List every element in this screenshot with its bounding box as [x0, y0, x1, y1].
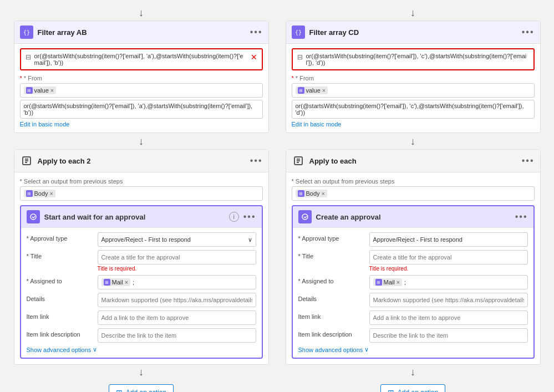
apply-2-header: Apply to each 2 •••	[14, 150, 268, 172]
filter-cd-expr-text: or(@startsWith(substring(item()?['email'…	[306, 53, 529, 66]
item-link-desc-row-right: Item link description	[298, 328, 528, 343]
item-link-desc-label-right: Item link description	[298, 328, 365, 338]
title-label-right: * Title	[298, 250, 365, 259]
show-advanced-chevron-left: ∨	[93, 346, 97, 353]
start-wait-menu[interactable]: •••	[243, 212, 256, 222]
show-advanced-chevron-right: ∨	[364, 346, 369, 353]
start-wait-header: Start and wait for an approval i •••	[21, 206, 262, 228]
assigned-input-left[interactable]: ⊞ Mail × ;	[98, 275, 256, 289]
assigned-input-right[interactable]: ⊞ Mail × ;	[369, 275, 528, 289]
filter-cd-expr-icon: ⊟	[297, 53, 303, 61]
canvas: ↓ ↓ {} Filter array AB •••	[0, 0, 554, 392]
apply-2-icon	[20, 154, 33, 167]
assigned-row-right: * Assigned to ⊞ Mail × ;	[298, 275, 528, 289]
item-link-desc-label-left: Item link description	[27, 328, 93, 338]
filter-cd-value-tag: ⊞ value ×	[296, 86, 328, 94]
mail-tag-close-left[interactable]: ×	[125, 279, 128, 286]
mail-tag-text-left: Mail	[112, 279, 123, 286]
svg-text:{}: {}	[295, 29, 302, 35]
add-action-icon-left: ⊞	[116, 388, 123, 392]
filter-ab-close[interactable]: ✕	[251, 53, 257, 62]
approval-type-row: * Approval type Approve/Reject - First t…	[27, 232, 256, 247]
apply-tag-close[interactable]: ×	[322, 190, 325, 197]
svg-point-5	[302, 214, 308, 220]
approval-type-select[interactable]: Approve/Reject - First to respond ∨	[98, 232, 256, 247]
apply-each-2-card: Apply to each 2 ••• * Select an output f…	[14, 149, 269, 365]
filter-cd-from-input[interactable]: ⊞ value ×	[292, 83, 535, 98]
details-input-left[interactable]	[98, 293, 256, 307]
approval-type-field: Approve/Reject - First to respond ∨	[98, 232, 256, 247]
item-link-desc-row-left: Item link description	[27, 328, 256, 343]
item-link-row-right: Item link	[298, 310, 528, 325]
assigned-label-left: * Assigned to	[27, 275, 93, 284]
filter-ab-from-label: * * From	[20, 75, 263, 82]
mail-tag-icon-right: ⊞	[375, 279, 382, 286]
item-link-input-right[interactable]	[369, 310, 528, 325]
svg-text:{}: {}	[23, 29, 30, 35]
show-advanced-text-left: Show advanced options	[27, 347, 92, 353]
show-advanced-right[interactable]: Show advanced options ∨	[298, 346, 528, 353]
create-approval-menu[interactable]: •••	[515, 212, 528, 222]
show-advanced-left[interactable]: Show advanced options ∨	[27, 346, 256, 353]
filter-ab-expr-icon: ⊟	[26, 53, 31, 61]
top-arrows: ↓ ↓	[11, 6, 543, 21]
filter-ab-body: ⊟ or(@startsWith(substring(item()?['emai…	[14, 44, 268, 133]
apply-2-menu[interactable]: •••	[250, 156, 263, 166]
filter-ab-from-input[interactable]: ⊞ value ×	[20, 83, 263, 98]
apply-2-output-input[interactable]: ⊞ Body ×	[20, 186, 263, 201]
filter-cd-tag-text: value	[306, 87, 321, 94]
filter-cd-edit-link[interactable]: Edit in basic mode	[292, 121, 342, 128]
filter-ab-expr-text: or(@startsWith(substring(item()?['email'…	[34, 53, 247, 66]
start-wait-info[interactable]: i	[229, 212, 239, 222]
apply-select-label: * Select an output from previous steps	[292, 178, 535, 185]
tag-icon-ab: ⊞	[26, 87, 33, 94]
filter-cd-menu[interactable]: •••	[522, 27, 535, 37]
title-input-left[interactable]	[98, 250, 256, 264]
item-link-desc-field-right	[369, 328, 528, 343]
details-row-right: Details	[298, 293, 528, 307]
filter-ab-tag-text: value	[34, 87, 49, 94]
add-action-left[interactable]: ⊞ Add an action	[109, 384, 174, 392]
filter-ab-tag-close[interactable]: ×	[50, 87, 54, 94]
add-action-text-left: Add an action	[126, 389, 166, 392]
apply-output-input[interactable]: ⊞ Body ×	[292, 186, 535, 201]
mail-tag-text-right: Mail	[384, 279, 395, 286]
approval-type-label-right: * Approval type	[298, 232, 365, 242]
start-wait-icon	[27, 210, 40, 223]
title-row: * Title Title is required.	[27, 250, 256, 272]
filter-ab-header: {} Filter array AB •••	[14, 21, 268, 44]
filter-ab-edit-link[interactable]: Edit in basic mode	[20, 121, 70, 128]
approval-type-label: * Approval type	[27, 232, 93, 242]
apply-2-tag-close[interactable]: ×	[50, 190, 53, 197]
arrow-top-left: ↓	[139, 7, 144, 19]
apply-tag-text: Body	[306, 190, 320, 197]
filter-ab-menu[interactable]: •••	[250, 27, 263, 37]
filter-cd-expr-full: or(@startsWith(substring(item()?['email'…	[292, 100, 535, 119]
mail-tag-close-right[interactable]: ×	[397, 279, 400, 286]
details-label-left: Details	[27, 293, 93, 302]
approval-type-row-right: * Approval type Approve/Reject - First t…	[298, 232, 528, 247]
mail-tag-icon-left: ⊞	[104, 279, 110, 286]
title-error-right: Title is required.	[369, 266, 528, 272]
apply-menu[interactable]: •••	[522, 156, 535, 166]
filter-array-ab-card: {} Filter array AB ••• ⊟ or(@startsWith(…	[14, 21, 269, 133]
item-link-field-right	[369, 310, 528, 325]
item-link-desc-input-left[interactable]	[98, 328, 256, 343]
filter-ab-value-tag: ⊞ value ×	[24, 86, 57, 94]
start-wait-body: * Approval type Approve/Reject - First t…	[21, 228, 262, 358]
approval-type-select-right[interactable]: Approve/Reject - First to respond	[369, 232, 528, 247]
semicolon-right: ;	[404, 279, 406, 286]
item-link-input-left[interactable]	[98, 310, 256, 325]
details-input-right[interactable]	[369, 293, 528, 307]
filter-cd-header: {} Filter array CD •••	[286, 21, 540, 44]
filter-cd-tag-close[interactable]: ×	[322, 87, 326, 94]
item-link-field-left	[98, 310, 256, 325]
semicolon-left: ;	[133, 279, 134, 286]
filter-array-cd-card: {} Filter array CD ••• ⊟ or(@startsWith(…	[286, 21, 541, 133]
add-action-right[interactable]: ⊞ Add an action	[380, 384, 445, 392]
filter-cd-body: ⊟ or(@startsWith(substring(item()?['emai…	[286, 44, 540, 133]
arrow-bottom-left: ↓	[139, 366, 144, 378]
details-label-right: Details	[298, 293, 365, 302]
item-link-desc-input-right[interactable]	[369, 328, 528, 343]
title-input-right[interactable]	[369, 250, 528, 264]
